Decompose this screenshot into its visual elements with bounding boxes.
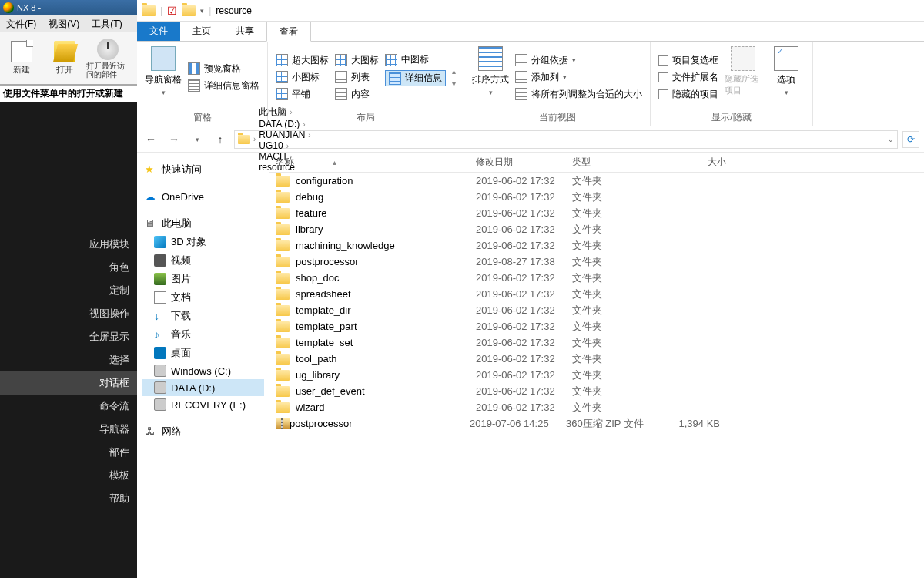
- nav-onedrive[interactable]: ☁OneDrive: [142, 188, 264, 205]
- file-row[interactable]: template_set2019-06-02 17:32文件夹: [270, 334, 924, 351]
- up-button[interactable]: ↑: [211, 130, 229, 149]
- nx-side-item[interactable]: 命令流: [0, 395, 137, 418]
- view-medium-button[interactable]: 中图标: [385, 53, 446, 66]
- list-icon: [335, 71, 347, 83]
- nav-this-pc[interactable]: 🖥此电脑: [142, 214, 264, 233]
- column-size[interactable]: 大小: [665, 156, 734, 169]
- tab-view[interactable]: 查看: [266, 22, 311, 42]
- file-row[interactable]: spreadsheet2019-06-02 17:32文件夹: [270, 286, 924, 302]
- view-list-button[interactable]: 列表: [335, 71, 379, 84]
- nx-side-item[interactable]: 帮助: [0, 487, 137, 510]
- forward-button[interactable]: →: [165, 130, 183, 149]
- drive-icon: [154, 381, 166, 394]
- open-folder-icon: [54, 41, 75, 62]
- view-content-button[interactable]: 内容: [335, 88, 379, 101]
- nav-pane-button[interactable]: 导航窗格▾: [145, 46, 182, 108]
- nx-side-item[interactable]: 定制: [0, 279, 137, 302]
- preview-pane-button[interactable]: 预览窗格: [188, 62, 259, 76]
- nx-menubar: 文件(F) 视图(V) 工具(T): [0, 15, 137, 32]
- file-ext-toggle[interactable]: 文件扩展名: [658, 71, 718, 84]
- file-row[interactable]: machining_knowledge2019-06-02 17:32文件夹: [270, 237, 924, 254]
- tab-home[interactable]: 主页: [180, 22, 223, 41]
- nx-side-item[interactable]: 选择: [0, 348, 137, 371]
- nx-side-item[interactable]: 应用模块: [0, 233, 137, 256]
- nav-item[interactable]: 桌面: [142, 344, 264, 362]
- back-button[interactable]: ←: [142, 130, 160, 149]
- nx-side-item[interactable]: 视图操作: [0, 302, 137, 325]
- nav-quick-access[interactable]: ★快速访问: [142, 160, 264, 179]
- recent-locations-button[interactable]: ▾: [188, 130, 206, 149]
- nav-item[interactable]: DATA (D:): [142, 379, 264, 396]
- file-row[interactable]: template_dir2019-06-02 17:32文件夹: [270, 302, 924, 318]
- file-row[interactable]: template_part2019-06-02 17:32文件夹: [270, 318, 924, 334]
- nav-item[interactable]: 视频: [142, 251, 264, 270]
- nav-network[interactable]: 🖧网络: [142, 422, 264, 441]
- details-pane-button[interactable]: 详细信息窗格: [188, 79, 259, 92]
- nx-side-item[interactable]: 对话框: [0, 371, 137, 395]
- folder-icon: [276, 402, 290, 413]
- nav-item[interactable]: ↓下载: [142, 307, 264, 325]
- ribbon: 导航窗格▾ 预览窗格 详细信息窗格 窗格 超大图标 小图标 平铺 大图标 列表 …: [137, 42, 924, 126]
- hide-selected-button[interactable]: 隐藏所选项目: [725, 46, 762, 108]
- breadcrumb-segment[interactable]: RUANJIAN ›: [259, 129, 310, 140]
- column-name[interactable]: 名称▴: [276, 156, 476, 169]
- nx-side-item[interactable]: 模板: [0, 464, 137, 487]
- nav-item[interactable]: 图片: [142, 270, 264, 288]
- file-row[interactable]: postprocessor2019-07-06 14:25360压缩 ZIP 文…: [270, 415, 924, 432]
- nx-menu-file[interactable]: 文件(F): [0, 18, 42, 31]
- fit-columns-button[interactable]: 将所有列调整为合适的大小: [515, 88, 642, 101]
- nx-menu-view[interactable]: 视图(V): [42, 18, 85, 31]
- folder-icon[interactable]: [182, 5, 196, 16]
- chevron-down-icon[interactable]: ⌄: [888, 136, 894, 143]
- file-row[interactable]: ug_library2019-06-02 17:32文件夹: [270, 367, 924, 383]
- file-row[interactable]: postprocessor2019-08-27 17:38文件夹: [270, 254, 924, 270]
- file-row[interactable]: debug2019-06-02 17:32文件夹: [270, 189, 924, 205]
- nx-menu-tools[interactable]: 工具(T): [85, 18, 128, 31]
- view-small-button[interactable]: 小图标: [276, 71, 329, 84]
- nx-new-button[interactable]: 新建: [0, 32, 43, 84]
- nx-open-recent-button[interactable]: 打开最近访问的部件: [86, 32, 129, 84]
- group-by-button[interactable]: 分组依据▾: [515, 54, 642, 67]
- preview-pane-icon: [188, 62, 200, 75]
- checkbox-items-toggle[interactable]: 项目复选框: [658, 54, 718, 67]
- breadcrumb[interactable]: › 此电脑 ›DATA (D:) ›RUANJIAN ›UG10 ›MACH ›…: [234, 130, 898, 149]
- view-details-button[interactable]: 详细信息: [385, 70, 446, 86]
- hidden-items-toggle[interactable]: 隐藏的项目: [658, 88, 718, 101]
- view-tiles-button[interactable]: 平铺: [276, 88, 329, 101]
- refresh-button[interactable]: ⟳: [902, 131, 919, 148]
- nx-side-item[interactable]: 导航器: [0, 418, 137, 441]
- details-icon: [389, 72, 401, 85]
- breadcrumb-segment[interactable]: UG10 ›: [259, 140, 310, 151]
- column-date[interactable]: 修改日期: [476, 156, 572, 169]
- nav-item[interactable]: Windows (C:): [142, 362, 264, 379]
- file-row[interactable]: wizard2019-06-02 17:32文件夹: [270, 399, 924, 415]
- chevron-up-icon[interactable]: ▴: [452, 67, 456, 76]
- file-row[interactable]: shop_doc2019-06-02 17:32文件夹: [270, 270, 924, 286]
- breadcrumb-segment[interactable]: 此电脑 ›: [259, 106, 310, 119]
- view-extra-large-button[interactable]: 超大图标: [276, 54, 329, 67]
- column-type[interactable]: 类型: [572, 156, 665, 169]
- sort-by-button[interactable]: 排序方式▾: [472, 46, 509, 108]
- file-row[interactable]: feature2019-06-02 17:32文件夹: [270, 205, 924, 221]
- nx-open-button[interactable]: 打开: [43, 32, 86, 84]
- add-columns-button[interactable]: 添加列▾: [515, 71, 642, 84]
- file-row[interactable]: configuration2019-06-02 17:32文件夹: [270, 173, 924, 189]
- tab-file[interactable]: 文件: [137, 22, 180, 41]
- nx-side-item[interactable]: 全屏显示: [0, 325, 137, 348]
- qat-check-icon[interactable]: ☑: [167, 5, 177, 17]
- chevron-down-icon[interactable]: ▾: [452, 79, 456, 88]
- nav-item[interactable]: RECOVERY (E:): [142, 396, 264, 413]
- nav-item[interactable]: 3D 对象: [142, 233, 264, 251]
- file-row[interactable]: library2019-06-02 17:32文件夹: [270, 221, 924, 237]
- nav-item[interactable]: ♪音乐: [142, 325, 264, 344]
- file-row[interactable]: user_def_event2019-06-02 17:32文件夹: [270, 383, 924, 399]
- view-large-button[interactable]: 大图标: [335, 54, 379, 67]
- nav-item[interactable]: 文档: [142, 288, 264, 307]
- breadcrumb-segment[interactable]: DATA (D:) ›: [259, 119, 310, 129]
- tab-share[interactable]: 共享: [223, 22, 266, 41]
- chevron-down-icon[interactable]: ▾: [200, 7, 204, 15]
- file-row[interactable]: tool_path2019-06-02 17:32文件夹: [270, 351, 924, 367]
- nx-side-item[interactable]: 角色: [0, 256, 137, 279]
- nx-side-item[interactable]: 部件: [0, 441, 137, 464]
- options-button[interactable]: 选项▾: [768, 46, 805, 108]
